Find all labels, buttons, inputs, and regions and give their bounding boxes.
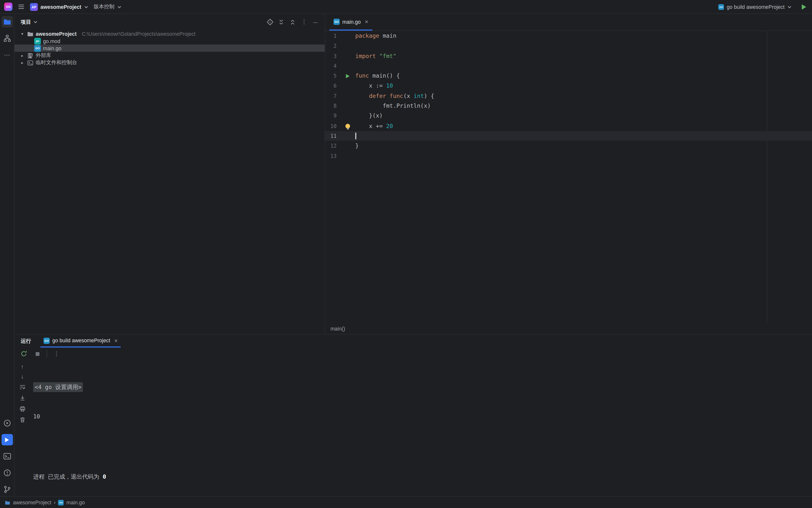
collapse-all-button[interactable] xyxy=(288,18,297,26)
scroll-to-end-button[interactable] xyxy=(18,394,27,402)
intention-bulb-icon[interactable] xyxy=(340,124,355,128)
tree-item-scratches[interactable]: ▸ 临时文件和控制台 xyxy=(14,59,325,66)
scroll-end-icon xyxy=(19,394,26,401)
run-tab-go-build[interactable]: GO go build awesomeProject × xyxy=(40,335,121,348)
console-fold-region[interactable]: <4 go 设置调用> xyxy=(33,382,83,392)
collapsed-arrow-icon[interactable]: ▸ xyxy=(19,53,25,58)
clear-console-button[interactable] xyxy=(18,416,27,424)
expand-all-button[interactable] xyxy=(277,18,286,26)
tool-terminal-button[interactable] xyxy=(1,451,13,462)
tree-item-root[interactable]: ▾ awesomeProject C:\Users\meowr\GolandPr… xyxy=(14,30,325,37)
line-number[interactable]: 11 xyxy=(325,131,340,141)
next-occurrence-button[interactable]: ↓ xyxy=(21,373,24,380)
code-line-2[interactable]: 2 xyxy=(325,41,812,51)
tool-structure-button[interactable] xyxy=(1,33,13,44)
code-line-12[interactable]: 12} xyxy=(325,141,812,151)
statusbar-project[interactable]: awesomeProject xyxy=(13,499,51,505)
line-number[interactable]: 12 xyxy=(325,141,340,151)
line-number[interactable]: 5 xyxy=(325,71,340,81)
editor-tab-main-go[interactable]: GO main.go × xyxy=(329,14,372,31)
line-number[interactable]: 13 xyxy=(325,151,340,161)
line-number[interactable]: 3 xyxy=(325,51,340,61)
project-widget[interactable]: AP awesomeProject xyxy=(30,3,89,11)
tree-item-main-go[interactable]: GO main.go xyxy=(14,45,325,52)
tree-item-external-libraries[interactable]: ▸ 外部库 xyxy=(14,52,325,59)
tree-item-label: 临时文件和控制台 xyxy=(36,59,77,66)
hide-panel-button[interactable]: — xyxy=(311,18,319,26)
print-button[interactable] xyxy=(18,405,27,413)
upper-area: 项目 ⋮ xyxy=(14,14,812,334)
workspace: 项目 ⋮ xyxy=(14,14,812,496)
code-line-8[interactable]: 8 fmt.Println(x) xyxy=(325,101,812,111)
vcs-label: 版本控制 xyxy=(94,3,115,10)
more-tool-windows-button[interactable]: ⋯ xyxy=(1,49,13,61)
code-text: package main xyxy=(355,31,396,41)
collapsed-arrow-icon[interactable]: ▸ xyxy=(19,60,25,65)
run-panel-title[interactable]: 运行 xyxy=(21,335,31,348)
run-console[interactable]: <4 go 设置调用> 10 进程 已完成，退出代码为 0 xyxy=(30,360,812,496)
line-number[interactable]: 2 xyxy=(325,41,340,51)
code-line-10[interactable]: 10 x += 20 xyxy=(325,121,812,131)
code-line-7[interactable]: 7 defer func(x int) { xyxy=(325,91,812,101)
code-line-13[interactable]: 13 xyxy=(325,151,812,161)
activity-bar: ⋯ xyxy=(0,14,14,496)
code-text: x := 10 xyxy=(355,81,393,91)
hamburger-menu-button[interactable] xyxy=(17,3,25,10)
go-mod-file-icon: go xyxy=(34,37,41,44)
run-tab-label: go build awesomeProject xyxy=(52,338,110,343)
rerun-button[interactable] xyxy=(19,350,28,358)
go-run-config-icon: GO xyxy=(44,337,50,343)
code-line-11[interactable]: 11 xyxy=(325,131,812,141)
tool-project-button[interactable] xyxy=(1,16,13,28)
code-line-5[interactable]: 5func main() { xyxy=(325,71,812,81)
code-editor[interactable]: 1package main23import "fmt"45func main()… xyxy=(325,31,812,323)
code-line-9[interactable]: 9 }(x) xyxy=(325,111,812,121)
tree-item-label: 外部库 xyxy=(36,52,51,59)
code-line-4[interactable]: 4 xyxy=(325,61,812,71)
structure-icon xyxy=(3,34,11,43)
target-icon xyxy=(266,18,274,26)
panel-options-button[interactable]: ⋮ xyxy=(300,18,308,26)
line-number[interactable]: 9 xyxy=(325,111,340,121)
prev-occurrence-button[interactable]: ↑ xyxy=(21,363,24,370)
run-icon xyxy=(4,436,10,443)
close-tab-icon[interactable]: × xyxy=(114,337,118,343)
editor-breadcrumbs: main() xyxy=(325,323,812,334)
tool-problems-button[interactable] xyxy=(1,467,13,479)
library-icon xyxy=(27,52,34,59)
ide-window: GO AP awesomeProject 版本控制 GO go build aw… xyxy=(0,0,812,508)
close-tab-icon[interactable]: × xyxy=(365,18,368,25)
tool-services-button[interactable] xyxy=(1,417,13,429)
code-line-3[interactable]: 3import "fmt" xyxy=(325,51,812,61)
line-number[interactable]: 8 xyxy=(325,101,340,111)
breadcrumb[interactable]: main() xyxy=(331,326,345,331)
line-number[interactable]: 7 xyxy=(325,91,340,101)
project-tree: ▾ awesomeProject C:\Users\meowr\GolandPr… xyxy=(14,30,325,66)
code-line-6[interactable]: 6 x := 10 xyxy=(325,81,812,91)
run-toolbar: ⋮ xyxy=(14,347,812,360)
run-config-widget[interactable]: GO go build awesomeProject xyxy=(719,4,792,9)
line-number[interactable]: 1 xyxy=(325,31,340,41)
run-options-button[interactable]: ⋮ xyxy=(52,350,61,358)
locate-file-button[interactable] xyxy=(266,18,274,26)
project-panel-title[interactable]: 项目 xyxy=(21,18,31,26)
project-tool-window: 项目 ⋮ xyxy=(14,14,325,334)
line-number[interactable]: 4 xyxy=(325,61,340,71)
run-line-icon[interactable] xyxy=(340,74,355,78)
code-line-1[interactable]: 1package main xyxy=(325,31,812,41)
hamburger-icon xyxy=(17,3,25,10)
tool-git-button[interactable] xyxy=(1,484,13,495)
expanded-arrow-icon[interactable]: ▾ xyxy=(19,31,25,36)
code-lines: 1package main23import "fmt"45func main()… xyxy=(325,31,812,161)
run-button[interactable] xyxy=(800,3,808,11)
soft-wrap-button[interactable] xyxy=(18,383,27,391)
chevron-down-icon xyxy=(117,4,122,9)
line-number[interactable]: 10 xyxy=(325,121,340,131)
line-number[interactable]: 6 xyxy=(325,81,340,91)
vcs-widget[interactable]: 版本控制 xyxy=(94,3,122,10)
statusbar-file[interactable]: main.go xyxy=(66,499,85,505)
tree-item-go-mod[interactable]: go go.mod xyxy=(14,37,325,45)
stop-button[interactable] xyxy=(33,350,41,358)
tool-run-button[interactable] xyxy=(1,434,13,446)
tree-item-label: go.mod xyxy=(43,38,60,44)
